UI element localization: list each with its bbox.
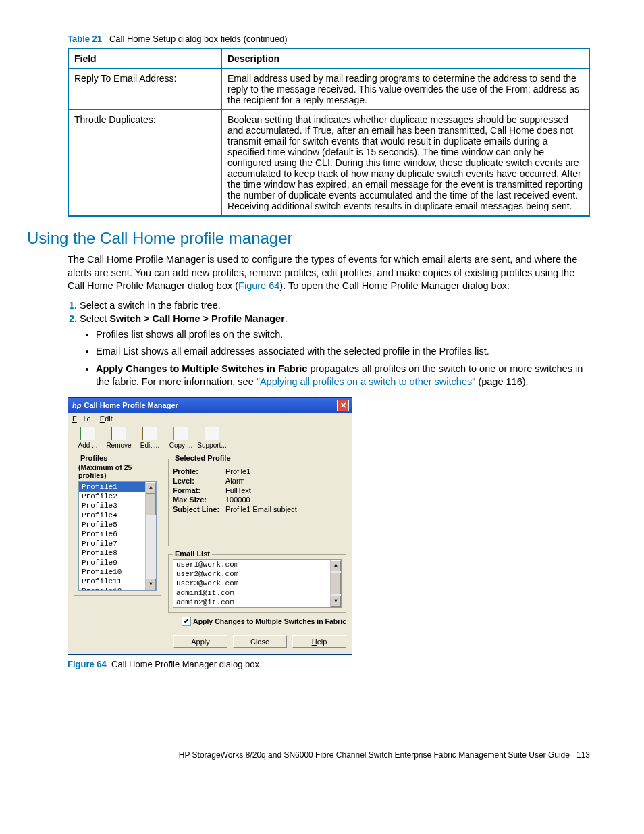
menu-edit[interactable]: Edit: [100, 415, 113, 423]
field-cell: Throttle Duplicates:: [68, 110, 222, 217]
add-icon: [80, 427, 95, 440]
list-item[interactable]: user3@work.com: [173, 579, 341, 588]
list-item[interactable]: Profile2: [79, 492, 156, 501]
list-item[interactable]: admin1@it.com: [173, 588, 341, 598]
figure-caption: Figure 64 Call Home Profile Manager dial…: [68, 659, 590, 669]
bullet-1: Profiles list shows all profiles on the …: [96, 328, 590, 342]
bullet-3: Apply Changes to Multiple Switches in Fa…: [96, 363, 590, 389]
list-item[interactable]: Profile5: [79, 520, 156, 529]
apply-button[interactable]: Apply: [173, 635, 227, 648]
remove-button[interactable]: Remove: [103, 427, 134, 449]
table-row: Throttle Duplicates: Boolean setting tha…: [68, 110, 589, 217]
email-scrollbar[interactable]: ▲ ▼: [330, 560, 341, 607]
steps-list: Select a switch in the fabric tree. Sele…: [68, 300, 590, 389]
page-footer: HP StorageWorks 8/20q and SN6000 Fibre C…: [68, 750, 590, 760]
menu-file[interactable]: File: [72, 415, 91, 423]
intro-paragraph: The Call Home Profile Manager is used to…: [68, 253, 590, 293]
list-item[interactable]: user2@work.com: [173, 569, 341, 579]
bullet-2: Email List shows all email addresses ass…: [96, 345, 590, 359]
list-item[interactable]: Profile8: [79, 548, 156, 558]
titlebar[interactable]: hp Call Home Profile Manager ✕: [68, 398, 352, 413]
selected-profile-group: Selected Profile Profile:Profile1 Level:…: [168, 459, 346, 546]
scroll-up-icon[interactable]: ▲: [146, 482, 156, 494]
scroll-down-icon[interactable]: ▼: [331, 596, 341, 607]
list-item[interactable]: Profile6: [79, 529, 156, 539]
fields-table: Field Description Reply To Email Address…: [68, 48, 590, 217]
list-item[interactable]: Profile1: [79, 482, 156, 492]
hp-logo-icon: hp: [72, 401, 81, 409]
desc-cell: Boolean setting that indicates whether d…: [222, 110, 590, 217]
close-button[interactable]: Close: [233, 635, 287, 648]
table-caption-label: Table 21: [68, 34, 102, 44]
copy-button[interactable]: Copy ...: [165, 427, 196, 449]
scroll-up-icon[interactable]: ▲: [331, 560, 341, 571]
scroll-thumb[interactable]: [331, 573, 341, 594]
profiles-group: Profiles (Maximum of 25 profiles) Profil…: [74, 459, 161, 596]
list-item[interactable]: Profile3: [79, 501, 156, 511]
copy-icon: [173, 427, 188, 440]
checkbox-icon[interactable]: ✔: [182, 617, 191, 626]
list-item[interactable]: Profile7: [79, 539, 156, 548]
list-item[interactable]: Profile4: [79, 511, 156, 520]
menubar: File Edit: [68, 413, 352, 424]
apply-multiple-checkbox[interactable]: ✔ Apply Changes to Multiple Switches in …: [182, 617, 346, 626]
list-item[interactable]: user1@work.com: [173, 560, 341, 569]
help-button[interactable]: Help: [292, 635, 346, 648]
figure-link[interactable]: Figure 64: [238, 280, 279, 291]
apply-link[interactable]: Applying all profiles on a switch to oth…: [260, 376, 472, 387]
profile-manager-dialog: hp Call Home Profile Manager ✕ File Edit…: [68, 397, 352, 655]
email-listbox[interactable]: user1@work.com user2@work.com user3@work…: [173, 559, 342, 608]
desc-cell: Email address used by mail reading progr…: [222, 69, 590, 110]
field-cell: Reply To Email Address:: [68, 69, 222, 110]
col-description: Description: [222, 49, 590, 69]
max-profiles-note: (Maximum of 25 profiles): [78, 463, 157, 479]
list-item[interactable]: Profile12: [79, 586, 156, 591]
remove-icon: [111, 427, 126, 440]
profiles-scrollbar[interactable]: ▲ ▼: [145, 482, 156, 590]
table-caption-text: Call Home Setup dialog box fields (conti…: [109, 34, 288, 44]
edit-icon: [142, 427, 157, 440]
support-button[interactable]: Support...: [196, 427, 227, 449]
window-title: Call Home Profile Manager: [84, 401, 178, 409]
email-list-group: Email List user1@work.com user2@work.com…: [168, 554, 346, 613]
col-field: Field: [68, 49, 222, 69]
step-2: Select Switch > Call Home > Profile Mana…: [80, 313, 590, 389]
list-item[interactable]: admin2@it.com: [173, 598, 341, 607]
scroll-thumb[interactable]: [146, 494, 156, 515]
step-1: Select a switch in the fabric tree.: [80, 300, 590, 311]
support-icon: [205, 427, 219, 440]
list-item[interactable]: Profile9: [79, 558, 156, 567]
toolbar: Add ... Remove Edit ... Copy ... Support…: [68, 424, 352, 449]
close-icon[interactable]: ✕: [337, 400, 349, 411]
section-heading: Using the Call Home profile manager: [27, 229, 590, 248]
table-caption: Table 21 Call Home Setup dialog box fiel…: [68, 34, 590, 44]
list-item[interactable]: Profile11: [79, 577, 156, 586]
table-row: Reply To Email Address: Email address us…: [68, 69, 589, 110]
profiles-listbox[interactable]: Profile1 Profile2 Profile3 Profile4 Prof…: [78, 481, 157, 591]
sub-bullets: Profiles list shows all profiles on the …: [96, 328, 590, 389]
add-button[interactable]: Add ...: [72, 427, 103, 449]
scroll-down-icon[interactable]: ▼: [146, 579, 156, 590]
edit-button[interactable]: Edit ...: [134, 427, 165, 449]
list-item[interactable]: Profile10: [79, 567, 156, 577]
